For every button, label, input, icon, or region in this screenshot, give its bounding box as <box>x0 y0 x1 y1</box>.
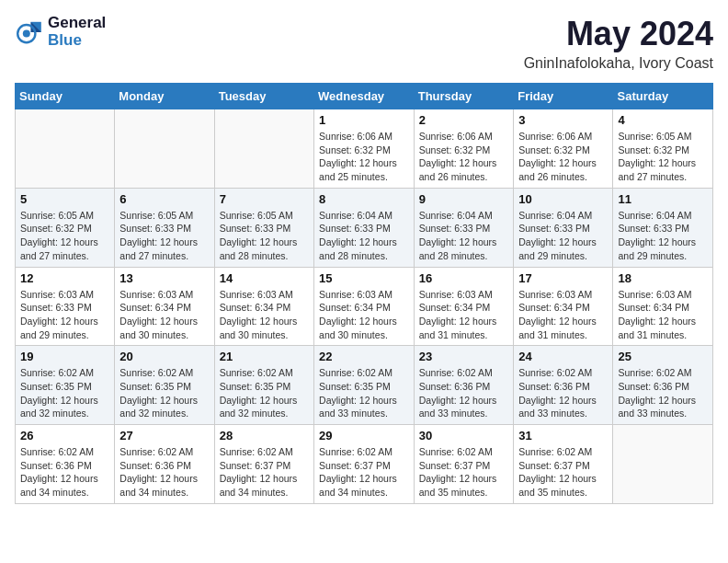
day-info: Sunrise: 6:05 AM Sunset: 6:32 PM Dayligh… <box>20 209 109 263</box>
calendar-day-cell: 30Sunrise: 6:02 AM Sunset: 6:37 PM Dayli… <box>414 425 513 504</box>
weekday-header: Tuesday <box>214 84 313 109</box>
svg-point-4 <box>23 29 30 37</box>
day-info: Sunrise: 6:03 AM Sunset: 6:33 PM Dayligh… <box>20 288 109 342</box>
weekday-header: Monday <box>115 84 214 109</box>
day-number: 3 <box>518 113 608 127</box>
day-number: 14 <box>220 271 309 285</box>
weekday-header: Wednesday <box>314 84 415 109</box>
calendar-day-cell <box>115 109 214 189</box>
calendar-day-cell: 28Sunrise: 6:02 AM Sunset: 6:37 PM Dayli… <box>214 425 313 504</box>
day-info: Sunrise: 6:02 AM Sunset: 6:36 PM Dayligh… <box>20 445 109 500</box>
day-number: 31 <box>518 429 608 442</box>
logo: General Blue <box>15 15 106 49</box>
day-number: 10 <box>518 192 608 206</box>
day-info: Sunrise: 6:02 AM Sunset: 6:35 PM Dayligh… <box>319 366 409 420</box>
day-info: Sunrise: 6:03 AM Sunset: 6:34 PM Dayligh… <box>518 288 608 342</box>
weekday-header: Saturday <box>613 84 713 109</box>
day-number: 19 <box>20 350 109 363</box>
calendar-day-cell: 26Sunrise: 6:02 AM Sunset: 6:36 PM Dayli… <box>16 425 115 504</box>
day-info: Sunrise: 6:04 AM Sunset: 6:33 PM Dayligh… <box>319 209 409 263</box>
day-info: Sunrise: 6:04 AM Sunset: 6:33 PM Dayligh… <box>419 209 508 263</box>
day-number: 12 <box>20 271 109 285</box>
page-header: General Blue May 2024 GninInafolokaha, I… <box>15 15 713 72</box>
day-number: 26 <box>20 429 109 442</box>
calendar-day-cell: 2Sunrise: 6:06 AM Sunset: 6:32 PM Daylig… <box>414 109 513 189</box>
calendar-week-row: 26Sunrise: 6:02 AM Sunset: 6:36 PM Dayli… <box>16 425 713 504</box>
calendar-week-row: 19Sunrise: 6:02 AM Sunset: 6:35 PM Dayli… <box>16 346 713 425</box>
calendar-week-row: 1Sunrise: 6:06 AM Sunset: 6:32 PM Daylig… <box>16 109 713 189</box>
day-number: 23 <box>419 350 508 363</box>
day-info: Sunrise: 6:02 AM Sunset: 6:36 PM Dayligh… <box>419 366 508 420</box>
calendar-day-cell: 15Sunrise: 6:03 AM Sunset: 6:34 PM Dayli… <box>314 267 415 346</box>
day-number: 25 <box>618 350 708 363</box>
calendar-day-cell: 7Sunrise: 6:05 AM Sunset: 6:33 PM Daylig… <box>214 188 313 267</box>
weekday-header: Sunday <box>16 84 115 109</box>
calendar-day-cell: 19Sunrise: 6:02 AM Sunset: 6:35 PM Dayli… <box>16 346 115 425</box>
calendar-day-cell: 6Sunrise: 6:05 AM Sunset: 6:33 PM Daylig… <box>115 188 214 267</box>
calendar-week-row: 12Sunrise: 6:03 AM Sunset: 6:33 PM Dayli… <box>16 267 713 346</box>
calendar-table: SundayMondayTuesdayWednesdayThursdayFrid… <box>15 83 713 504</box>
day-number: 18 <box>618 271 708 285</box>
title-block: May 2024 GninInafolokaha, Ivory Coast <box>524 15 713 72</box>
weekday-header: Thursday <box>414 84 513 109</box>
calendar-day-cell: 14Sunrise: 6:03 AM Sunset: 6:34 PM Dayli… <box>214 267 313 346</box>
day-info: Sunrise: 6:05 AM Sunset: 6:33 PM Dayligh… <box>220 209 309 263</box>
calendar-day-cell: 18Sunrise: 6:03 AM Sunset: 6:34 PM Dayli… <box>613 267 713 346</box>
day-number: 13 <box>119 271 209 285</box>
calendar-day-cell: 11Sunrise: 6:04 AM Sunset: 6:33 PM Dayli… <box>613 188 713 267</box>
calendar-day-cell: 5Sunrise: 6:05 AM Sunset: 6:32 PM Daylig… <box>16 188 115 267</box>
day-info: Sunrise: 6:02 AM Sunset: 6:36 PM Dayligh… <box>518 366 608 420</box>
day-number: 2 <box>419 113 508 127</box>
day-number: 24 <box>518 350 608 363</box>
calendar-week-row: 5Sunrise: 6:05 AM Sunset: 6:32 PM Daylig… <box>16 188 713 267</box>
calendar-day-cell: 13Sunrise: 6:03 AM Sunset: 6:34 PM Dayli… <box>115 267 214 346</box>
calendar-day-cell: 8Sunrise: 6:04 AM Sunset: 6:33 PM Daylig… <box>314 188 415 267</box>
calendar-day-cell: 22Sunrise: 6:02 AM Sunset: 6:35 PM Dayli… <box>314 346 415 425</box>
calendar-day-cell: 27Sunrise: 6:02 AM Sunset: 6:36 PM Dayli… <box>115 425 214 504</box>
day-info: Sunrise: 6:02 AM Sunset: 6:35 PM Dayligh… <box>119 366 209 420</box>
day-number: 21 <box>220 350 309 363</box>
day-number: 20 <box>119 350 209 363</box>
calendar-day-cell: 29Sunrise: 6:02 AM Sunset: 6:37 PM Dayli… <box>314 425 415 504</box>
day-info: Sunrise: 6:02 AM Sunset: 6:36 PM Dayligh… <box>618 366 708 420</box>
day-info: Sunrise: 6:02 AM Sunset: 6:37 PM Dayligh… <box>419 445 508 500</box>
day-info: Sunrise: 6:06 AM Sunset: 6:32 PM Dayligh… <box>319 130 409 184</box>
calendar-day-cell: 20Sunrise: 6:02 AM Sunset: 6:35 PM Dayli… <box>115 346 214 425</box>
day-info: Sunrise: 6:03 AM Sunset: 6:34 PM Dayligh… <box>618 288 708 342</box>
day-info: Sunrise: 6:02 AM Sunset: 6:37 PM Dayligh… <box>518 445 608 500</box>
day-info: Sunrise: 6:04 AM Sunset: 6:33 PM Dayligh… <box>618 209 708 263</box>
logo-icon <box>15 17 44 47</box>
calendar-day-cell: 4Sunrise: 6:05 AM Sunset: 6:32 PM Daylig… <box>613 109 713 189</box>
calendar-day-cell: 24Sunrise: 6:02 AM Sunset: 6:36 PM Dayli… <box>514 346 613 425</box>
day-number: 16 <box>419 271 508 285</box>
calendar-header-row: SundayMondayTuesdayWednesdayThursdayFrid… <box>16 84 713 109</box>
day-number: 8 <box>319 192 409 206</box>
calendar-day-cell: 1Sunrise: 6:06 AM Sunset: 6:32 PM Daylig… <box>314 109 415 189</box>
calendar-day-cell <box>214 109 313 189</box>
weekday-header: Friday <box>514 84 613 109</box>
day-number: 6 <box>119 192 209 206</box>
day-info: Sunrise: 6:02 AM Sunset: 6:37 PM Dayligh… <box>220 445 309 500</box>
day-info: Sunrise: 6:06 AM Sunset: 6:32 PM Dayligh… <box>419 130 508 184</box>
calendar-day-cell: 3Sunrise: 6:06 AM Sunset: 6:32 PM Daylig… <box>514 109 613 189</box>
calendar-day-cell: 17Sunrise: 6:03 AM Sunset: 6:34 PM Dayli… <box>514 267 613 346</box>
day-info: Sunrise: 6:03 AM Sunset: 6:34 PM Dayligh… <box>419 288 508 342</box>
day-info: Sunrise: 6:05 AM Sunset: 6:32 PM Dayligh… <box>618 130 708 184</box>
day-info: Sunrise: 6:03 AM Sunset: 6:34 PM Dayligh… <box>319 288 409 342</box>
day-info: Sunrise: 6:06 AM Sunset: 6:32 PM Dayligh… <box>518 130 608 184</box>
day-number: 11 <box>618 192 708 206</box>
day-number: 17 <box>518 271 608 285</box>
day-number: 29 <box>319 429 409 442</box>
calendar-day-cell: 25Sunrise: 6:02 AM Sunset: 6:36 PM Dayli… <box>613 346 713 425</box>
calendar-day-cell: 16Sunrise: 6:03 AM Sunset: 6:34 PM Dayli… <box>414 267 513 346</box>
day-info: Sunrise: 6:03 AM Sunset: 6:34 PM Dayligh… <box>119 288 209 342</box>
day-info: Sunrise: 6:02 AM Sunset: 6:35 PM Dayligh… <box>20 366 109 420</box>
day-info: Sunrise: 6:02 AM Sunset: 6:35 PM Dayligh… <box>220 366 309 420</box>
calendar-day-cell: 21Sunrise: 6:02 AM Sunset: 6:35 PM Dayli… <box>214 346 313 425</box>
day-info: Sunrise: 6:02 AM Sunset: 6:36 PM Dayligh… <box>119 445 209 500</box>
month-year-title: May 2024 <box>524 15 713 53</box>
day-number: 30 <box>419 429 508 442</box>
day-number: 5 <box>20 192 109 206</box>
day-number: 7 <box>220 192 309 206</box>
calendar-day-cell <box>613 425 713 504</box>
